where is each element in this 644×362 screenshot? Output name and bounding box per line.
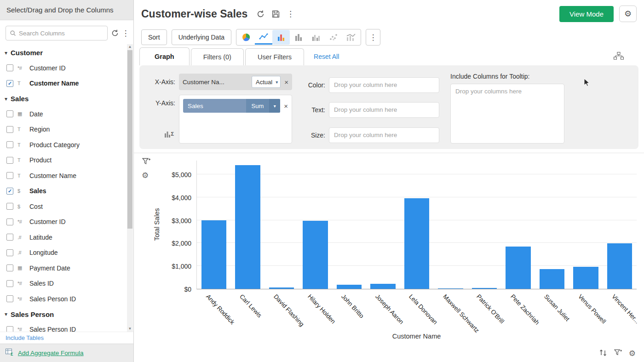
column-item[interactable]: TCustomer Name — [0, 168, 133, 184]
column-checkbox[interactable] — [6, 264, 13, 271]
sidebar-menu-icon[interactable]: ⋮ — [122, 29, 129, 38]
x-axis-aggregation-select[interactable]: Actual ▾ — [252, 76, 281, 88]
column-checkbox[interactable] — [6, 141, 13, 148]
column-item[interactable]: *#Customer ID — [0, 60, 133, 76]
bar-john-britto[interactable] — [337, 285, 362, 289]
bar-chart-icon[interactable] — [272, 30, 290, 45]
y-axis-column-chip[interactable]: Sales Sum ▾ — [183, 99, 280, 113]
refresh-columns-icon[interactable] — [111, 29, 119, 37]
tab-user-filters[interactable]: User Filters — [245, 48, 304, 65]
decimal-type-icon: .# — [17, 250, 29, 255]
bar-pete-zachriah[interactable] — [506, 247, 530, 289]
underlying-data-button[interactable]: Underlying Data — [172, 29, 231, 45]
scrollbar-thumb[interactable] — [127, 50, 132, 229]
report-menu-icon[interactable]: ⋮ — [287, 9, 293, 19]
x-axis-remove-icon[interactable]: × — [284, 79, 288, 86]
column-checkbox[interactable]: ✓ — [6, 188, 13, 195]
column-item[interactable]: TRegion — [0, 122, 133, 138]
text-dropzone[interactable]: Drop your column here — [329, 102, 439, 118]
tab-filters[interactable]: Filters (0) — [191, 48, 244, 65]
filter-icon[interactable] — [614, 349, 622, 358]
sort-order-icon[interactable] — [599, 349, 607, 358]
scroll-up-icon[interactable]: ▲ — [127, 44, 133, 50]
bar-andy-roddick[interactable] — [201, 220, 226, 289]
stacked-bar-chart-icon[interactable] — [290, 30, 307, 45]
column-item[interactable]: *#Sales Person ID — [0, 322, 133, 332]
column-label: Sales Person ID — [29, 326, 76, 332]
bar-lela-donovan[interactable] — [404, 198, 429, 289]
bar-carl-lewis[interactable] — [235, 165, 260, 289]
settings-button[interactable]: ⚙ — [619, 6, 637, 22]
column-checkbox[interactable] — [6, 218, 13, 225]
column-checkbox[interactable] — [6, 172, 13, 179]
column-item[interactable]: $Cost — [0, 199, 133, 214]
bar-vincent-her-[interactable] — [607, 243, 632, 289]
text-type-icon: T — [17, 157, 29, 163]
column-checkbox[interactable] — [6, 295, 13, 302]
scatter-chart-icon[interactable] — [325, 30, 342, 45]
bar-venus-powell[interactable] — [573, 267, 598, 289]
search-columns-box[interactable] — [6, 26, 108, 40]
tooltip-columns-dropzone[interactable]: Drop your columns here — [450, 84, 564, 144]
sidebar-scrollbar[interactable]: ▲ ▼ — [127, 44, 133, 332]
include-tables-link[interactable]: Include Tables — [0, 332, 133, 344]
column-item[interactable]: TProduct Category — [0, 137, 133, 153]
add-aggregate-formula-link[interactable]: Add Aggregate Formula — [18, 350, 84, 356]
column-checkbox[interactable] — [6, 126, 13, 133]
bar-hilary-holden[interactable] — [303, 221, 328, 289]
column-item[interactable]: ✓$Sales — [0, 184, 133, 199]
more-chart-types-icon[interactable]: ⋮ — [366, 29, 380, 46]
combo-chart-icon[interactable] — [342, 30, 360, 45]
reset-all-link[interactable]: Reset All — [314, 53, 339, 60]
bar-susan-juliet[interactable] — [540, 269, 564, 289]
chart-settings-icon[interactable]: ⚙ — [142, 171, 149, 180]
bar-joseph-aaron[interactable] — [370, 284, 395, 289]
y-axis-dropzone[interactable]: Sales Sum ▾ × — [179, 95, 292, 144]
refresh-report-icon[interactable] — [257, 10, 264, 18]
color-dropzone[interactable]: Drop your column here — [329, 77, 439, 93]
line-chart-icon[interactable] — [255, 30, 272, 45]
size-dropzone[interactable]: Drop your column here — [329, 127, 439, 143]
column-item[interactable]: *#Customer ID — [0, 214, 133, 230]
gear-icon[interactable]: ⚙ — [629, 349, 636, 358]
column-checkbox[interactable]: ✓ — [6, 80, 13, 87]
column-checkbox[interactable] — [6, 64, 13, 71]
x-axis-column-chip[interactable]: Customer Na... — [183, 79, 248, 86]
column-item[interactable]: ▦Payment Date — [0, 260, 133, 276]
section-header-sales[interactable]: ▾Sales — [0, 91, 133, 106]
x-axis-dropzone[interactable]: Customer Na... Actual ▾ × — [179, 74, 292, 90]
bar-david-flashing[interactable] — [269, 287, 294, 289]
column-checkbox[interactable] — [6, 157, 13, 164]
column-checkbox[interactable] — [6, 249, 13, 256]
y-axis-remove-icon[interactable]: × — [284, 103, 288, 109]
aggregate-options-icon[interactable]: Σ — [164, 130, 174, 140]
column-checkbox[interactable] — [6, 326, 13, 332]
column-item[interactable]: TProduct — [0, 153, 133, 168]
bar-patrick-o-brill[interactable] — [472, 288, 497, 289]
pie-chart-icon[interactable] — [237, 30, 255, 45]
column-checkbox[interactable] — [6, 234, 13, 241]
column-item[interactable]: ✓TCustomer Name — [0, 76, 133, 92]
column-item[interactable]: .#Latitude — [0, 230, 133, 245]
save-icon[interactable] — [272, 10, 280, 18]
view-mode-button[interactable]: View Mode — [559, 6, 614, 22]
section-header-sales-person[interactable]: ▾Sales Person — [0, 307, 133, 322]
column-item[interactable]: *#Sales Person ID — [0, 291, 133, 307]
grouped-bar-chart-icon[interactable] — [307, 30, 325, 45]
column-item[interactable]: *#Sales ID — [0, 276, 133, 292]
column-checkbox[interactable] — [6, 110, 13, 117]
column-item[interactable]: ▦Date — [0, 106, 133, 122]
sort-button[interactable]: Sort — [141, 29, 167, 45]
column-checkbox[interactable] — [6, 280, 13, 287]
scroll-down-icon[interactable]: ▼ — [127, 326, 133, 332]
chart-toolbar: Sort Underlying Data — [134, 28, 644, 47]
search-columns-input[interactable] — [19, 30, 104, 37]
column-checkbox[interactable] — [6, 203, 13, 210]
column-item[interactable]: .#Longitude — [0, 245, 133, 261]
section-header-customer[interactable]: ▾Customer — [0, 45, 133, 60]
y-axis-aggregation-select[interactable]: Sum ▾ — [246, 99, 281, 113]
hierarchy-icon[interactable] — [614, 52, 624, 62]
bar-maxwell-schwartz[interactable] — [438, 288, 463, 289]
tab-graph[interactable]: Graph — [139, 47, 190, 65]
filter-add-icon[interactable] — [142, 158, 150, 167]
